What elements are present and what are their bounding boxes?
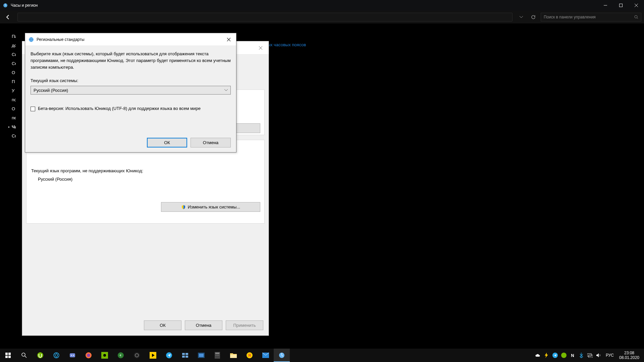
region-ok-button[interactable]: ОК	[144, 320, 181, 330]
sidebar-item[interactable]: О	[12, 105, 16, 112]
current-nonunicode-label: Текущий язык программ, не поддерживающих…	[31, 168, 260, 173]
taskbar-search-icon[interactable]	[16, 349, 32, 362]
std-ok-button[interactable]: ОК	[147, 138, 187, 147]
std-footer: ОК Отмена	[147, 138, 231, 147]
svg-rect-7	[5, 356, 8, 358]
svg-rect-33	[215, 353, 219, 354]
taskbar-app-telegram[interactable]	[161, 349, 177, 362]
search-placeholder: Поиск в панели управления	[544, 15, 596, 19]
tray-bolt-icon[interactable]	[542, 349, 551, 362]
region-footer: ОК Отмена Применить	[144, 320, 263, 330]
sidebar-item[interactable]: О	[12, 69, 16, 76]
taskbar: Я N РУС 23:08 08.01.2020	[0, 349, 644, 362]
system-tray: N РУС 23:08 08.01.2020	[533, 349, 644, 362]
tray-clock[interactable]: 23:08 08.01.2020	[616, 351, 644, 360]
sidebar-item[interactable]: до	[12, 42, 16, 49]
minimize-button[interactable]	[598, 0, 613, 11]
system-language-combo[interactable]: Русский (Россия)	[31, 86, 231, 95]
svg-text:N: N	[571, 353, 574, 358]
svg-rect-5	[5, 353, 8, 355]
back-button[interactable]	[3, 12, 13, 22]
maximize-button[interactable]	[613, 0, 629, 11]
svg-rect-1	[620, 4, 623, 7]
start-button[interactable]	[0, 349, 16, 362]
tray-telegram-icon[interactable]	[551, 349, 559, 362]
region-cancel-button[interactable]: Отмена	[185, 320, 222, 330]
tray-language[interactable]: РУС	[603, 349, 616, 362]
beta-utf8-label: Бета-версия: Использовать Юникод (UTF-8)…	[38, 106, 201, 111]
sidebar-item[interactable]: пе	[12, 114, 16, 121]
svg-rect-27	[185, 353, 188, 355]
svg-point-22	[134, 352, 140, 358]
std-titlebar[interactable]: Региональные стандарты	[25, 33, 236, 46]
svg-rect-6	[8, 353, 11, 355]
region-close-icon[interactable]	[255, 44, 266, 52]
taskbar-app-calculator[interactable]	[209, 349, 225, 362]
change-system-language-button[interactable]: Изменить язык системы...	[161, 202, 260, 212]
svg-point-34	[216, 355, 216, 356]
taskbar-app-player[interactable]	[145, 349, 161, 362]
taskbar-app-green[interactable]	[113, 349, 129, 362]
taskbar-app-firefox[interactable]	[80, 349, 97, 362]
svg-rect-28	[182, 356, 185, 358]
sidebar-item[interactable]: Се	[12, 60, 16, 67]
svg-point-9	[22, 353, 25, 356]
sidebar-item[interactable]: по	[12, 96, 16, 103]
svg-rect-8	[8, 356, 11, 358]
region-apply-button[interactable]: Применить	[226, 320, 263, 330]
svg-point-15	[71, 355, 72, 356]
svg-rect-37	[230, 355, 237, 358]
taskbar-app-nvidia[interactable]	[97, 349, 113, 362]
svg-rect-31	[199, 354, 204, 357]
address-bar[interactable]	[17, 13, 513, 21]
regional-standards-dialog: Региональные стандарты Выберите язык (яз…	[25, 33, 236, 153]
taskbar-app-taskview[interactable]	[177, 349, 193, 362]
taskbar-app-obs[interactable]	[129, 349, 145, 362]
sidebar-item[interactable]: Па	[12, 33, 16, 40]
sidebar-item[interactable]: П	[12, 78, 16, 85]
globe-icon	[29, 37, 34, 42]
sidebar-item[interactable]: У	[12, 87, 16, 94]
taskbar-app-mail[interactable]	[258, 349, 274, 362]
window-titlebar: Часы и регион	[0, 0, 644, 11]
taskbar-app-control-panel[interactable]	[274, 349, 290, 362]
taskbar-app-explorer[interactable]	[225, 349, 241, 362]
tray-cloud-icon[interactable]	[533, 349, 542, 362]
close-button[interactable]	[629, 0, 644, 11]
tray-volume-icon[interactable]	[594, 349, 603, 362]
taskbar-app-yandex[interactable]: Я	[241, 349, 258, 362]
std-close-icon[interactable]	[225, 36, 233, 44]
tray-n-icon[interactable]: N	[568, 349, 577, 362]
shield-icon	[181, 205, 186, 209]
svg-point-35	[217, 355, 218, 356]
svg-rect-29	[185, 356, 188, 358]
svg-point-36	[218, 355, 219, 356]
sidebar-item-active[interactable]: Ча	[12, 123, 16, 130]
sidebar-item[interactable]: Си	[12, 51, 16, 58]
address-dropdown-icon[interactable]	[517, 12, 526, 22]
current-nonunicode-value: Русский (Россия)	[38, 177, 260, 182]
search-icon	[634, 15, 638, 19]
sidebar-item[interactable]: Сп	[12, 132, 16, 139]
tray-bluetooth-icon[interactable]	[577, 349, 586, 362]
taskbar-app-discord[interactable]	[64, 349, 80, 362]
refresh-icon[interactable]	[529, 12, 538, 22]
std-title: Региональные стандарты	[37, 37, 225, 42]
svg-text:Я: Я	[248, 353, 251, 357]
taskbar-app-utorrent[interactable]	[32, 349, 48, 362]
std-combo-label: Текущий язык системы:	[31, 78, 231, 83]
tray-network-icon[interactable]	[586, 349, 594, 362]
tray-utorrent-icon[interactable]	[559, 349, 568, 362]
beta-utf8-checkbox[interactable]	[31, 107, 35, 111]
clock-region-icon	[3, 3, 8, 8]
taskbar-app-battlenet[interactable]	[48, 349, 64, 362]
svg-point-43	[561, 353, 567, 358]
std-cancel-button[interactable]: Отмена	[191, 138, 231, 147]
std-description: Выберите язык (язык системы), который бу…	[31, 51, 231, 71]
taskbar-app-video[interactable]	[193, 349, 209, 362]
search-input[interactable]: Поиск в панели управления	[541, 13, 641, 21]
svg-point-2	[635, 15, 637, 18]
chevron-down-icon	[224, 89, 228, 91]
tray-date: 08.01.2020	[616, 355, 642, 360]
svg-point-16	[73, 355, 74, 356]
